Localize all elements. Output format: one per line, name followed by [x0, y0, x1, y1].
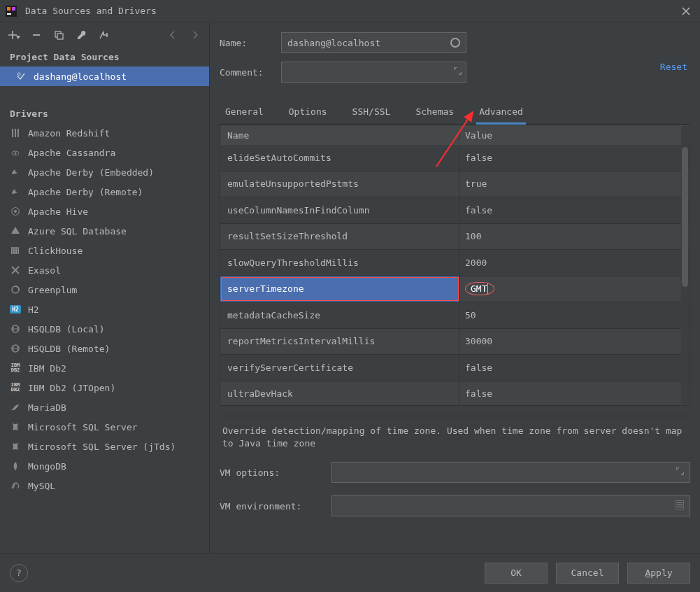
description-panel: Override detection/mapping of time zone.… — [220, 416, 690, 449]
titlebar: Data Sources and Drivers — [0, 0, 700, 22]
prop-value[interactable]: false — [459, 355, 690, 381]
ok-button[interactable]: OK — [485, 563, 548, 584]
tabs: GeneralOptionsSSH/SSLSchemasAdvanced — [220, 101, 690, 125]
tab-sshssl[interactable]: SSH/SSL — [350, 101, 394, 124]
prop-value[interactable]: false — [459, 145, 690, 171]
driver-icon — [10, 460, 21, 472]
svg-rect-15 — [15, 247, 17, 254]
driver-label: Exasol — [28, 265, 61, 276]
table-row[interactable]: metadataCacheSize50 — [220, 302, 690, 329]
driver-item[interactable]: Microsoft SQL Server — [0, 417, 209, 437]
driver-item[interactable]: Apache Hive — [0, 202, 209, 221]
svg-point-6 — [17, 73, 20, 76]
driver-item[interactable]: Greenplum — [0, 280, 209, 299]
refresh-icon[interactable] — [450, 38, 460, 48]
tab-general[interactable]: General — [222, 101, 266, 124]
prop-name: resultSetSizeThreshold — [220, 224, 459, 250]
comment-input[interactable] — [281, 62, 466, 83]
table-row[interactable]: useColumnNamesInFindColumnfalse — [220, 197, 690, 224]
driver-item[interactable]: Azure SQL Database — [0, 221, 209, 241]
prop-value[interactable]: true — [459, 171, 690, 197]
name-input[interactable]: dashang@localhost — [281, 32, 466, 53]
driver-label: MySQL — [28, 481, 55, 491]
header-name[interactable]: Name — [220, 130, 459, 141]
vm-options-input[interactable] — [331, 462, 690, 483]
driver-icon — [10, 167, 21, 178]
driver-label: IBM Db2 (JTOpen) — [28, 383, 115, 393]
driver-label: HSQLDB (Remote) — [28, 344, 110, 354]
prop-value[interactable]: false — [459, 381, 690, 406]
remove-button[interactable] — [28, 27, 45, 43]
table-row[interactable]: ultraDevHackfalse — [220, 381, 690, 406]
driver-item[interactable]: Apache Derby (Embedded) — [0, 162, 209, 182]
driver-icon — [10, 147, 21, 158]
header-value[interactable]: Value — [459, 130, 690, 141]
back-button[interactable] — [164, 27, 181, 43]
prop-value[interactable]: 2000 — [459, 250, 690, 276]
table-row[interactable]: emulateUnsupportedPstmtstrue — [220, 171, 690, 198]
driver-label: MongoDB — [28, 461, 66, 472]
dialog-footer: ? OK Cancel Apply — [0, 553, 700, 592]
driver-item[interactable]: Amazon Redshift — [0, 123, 209, 143]
tab-options[interactable]: Options — [286, 101, 330, 124]
driver-label: Amazon Redshift — [28, 128, 110, 139]
driver-item[interactable]: H2H2 — [0, 299, 209, 319]
window-title: Data Sources and Drivers — [25, 6, 678, 16]
add-button[interactable] — [6, 27, 22, 43]
cancel-button[interactable]: Cancel — [556, 563, 619, 584]
reset-link[interactable]: Reset — [660, 62, 687, 72]
driver-item[interactable]: ClickHouse — [0, 241, 209, 260]
forward-button[interactable] — [187, 27, 203, 43]
driver-item[interactable]: Exasol — [0, 260, 209, 280]
table-row[interactable]: resultSetSizeThreshold100 — [220, 224, 690, 251]
close-button[interactable] — [678, 3, 694, 20]
table-scrollbar[interactable] — [681, 126, 689, 404]
prop-value[interactable]: 30000 — [459, 329, 690, 355]
prop-value[interactable]: GMT — [459, 276, 690, 302]
comment-label: Comment: — [220, 67, 281, 78]
driver-item[interactable]: MySQL — [0, 476, 209, 495]
drivers-header: Drivers — [0, 104, 209, 123]
driver-icon — [10, 343, 21, 354]
expand-icon[interactable] — [676, 467, 684, 477]
svg-rect-14 — [13, 247, 15, 254]
table-row[interactable]: verifyServerCertificatefalse — [220, 355, 690, 381]
help-button[interactable]: ? — [10, 564, 28, 582]
circled-value: GMT — [465, 282, 494, 295]
svg-rect-9 — [17, 129, 19, 137]
driver-label: HSQLDB (Local) — [28, 324, 105, 334]
table-row[interactable]: elideSetAutoCommitsfalse — [220, 145, 690, 171]
prop-value[interactable]: 100 — [459, 224, 690, 250]
prop-value[interactable]: 50 — [459, 302, 690, 328]
table-row[interactable]: reportMetricsIntervalMillis30000 — [220, 329, 690, 355]
list-icon[interactable] — [676, 501, 684, 512]
driver-item[interactable]: MariaDB — [0, 397, 209, 417]
driver-item[interactable]: MongoDB — [0, 456, 209, 476]
prop-value[interactable]: false — [459, 197, 690, 223]
wrench-icon[interactable] — [73, 27, 90, 43]
copy-button[interactable] — [50, 27, 67, 43]
tab-schemas[interactable]: Schemas — [413, 101, 457, 124]
table-row[interactable]: slowQueryThresholdMillis2000 — [220, 250, 690, 276]
driver-item[interactable]: Microsoft SQL Server (jTds) — [0, 437, 209, 456]
driver-label: Azure SQL Database — [28, 226, 127, 237]
driver-label: Microsoft SQL Server (jTds) — [28, 442, 176, 452]
tab-advanced[interactable]: Advanced — [476, 101, 526, 124]
table-row[interactable]: serverTimezoneGMT — [220, 276, 690, 303]
driver-item[interactable]: HSQLDB (Remote) — [0, 339, 209, 358]
driver-item[interactable]: IBMDB2IBM Db2 — [0, 358, 209, 378]
driver-icon — [10, 402, 21, 413]
apply-button[interactable]: Apply — [627, 563, 690, 584]
driver-item[interactable]: Apache Cassandra — [0, 143, 209, 162]
driver-item[interactable]: HSQLDB (Local) — [0, 319, 209, 339]
prop-name: reportMetricsIntervalMillis — [220, 329, 459, 355]
driver-icon — [10, 265, 21, 276]
driver-item[interactable]: IBMDB2IBM Db2 (JTOpen) — [0, 378, 209, 397]
make-global-icon[interactable] — [95, 27, 112, 43]
expand-icon[interactable] — [454, 67, 462, 77]
driver-icon — [10, 441, 21, 452]
driver-item[interactable]: Apache Derby (Remote) — [0, 182, 209, 202]
datasource-item[interactable]: dashang@localhost — [0, 66, 209, 86]
driver-label: Apache Derby (Embedded) — [28, 167, 154, 178]
vm-env-input[interactable] — [331, 495, 690, 516]
